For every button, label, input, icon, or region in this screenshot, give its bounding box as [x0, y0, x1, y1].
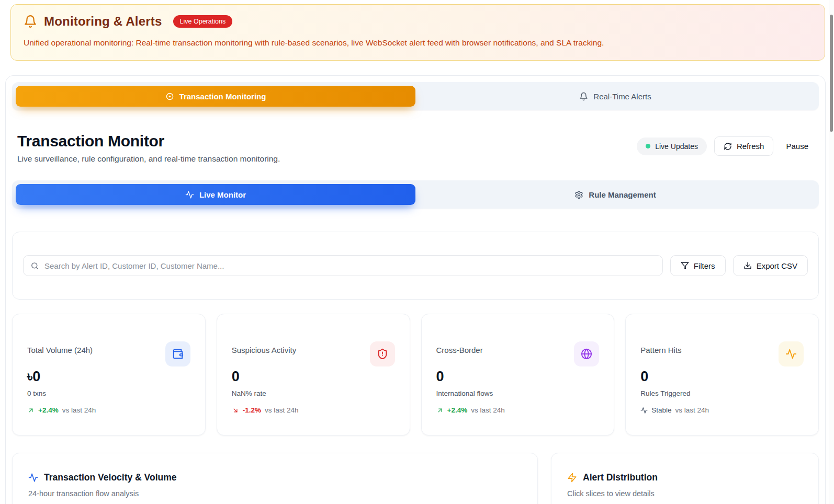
pause-button[interactable]: Pause	[781, 137, 814, 155]
bell-ring-icon	[24, 15, 37, 28]
download-icon	[743, 261, 752, 270]
tab-real-time-alerts[interactable]: Real-Time Alerts	[415, 86, 815, 107]
trend-up-icon	[27, 407, 35, 414]
stat-card-pattern-hits: Pattern Hits 0 Rules Triggered Stable vs…	[625, 314, 819, 436]
alert-distribution-panel: Alert Distribution Click slices to view …	[551, 453, 819, 504]
live-status-dot	[646, 144, 650, 148]
stat-label: Cross-Border	[436, 341, 483, 354]
monitoring-alerts-banner: Monitoring & Alerts Live Operations Unif…	[10, 4, 825, 61]
trend-note: vs last 24h	[675, 406, 709, 414]
tab-label: Rule Management	[589, 190, 656, 199]
pause-label: Pause	[786, 142, 808, 151]
velocity-chart-panel: Transaction Velocity & Volume 24-hour tr…	[12, 453, 538, 504]
stat-value: 0	[232, 369, 395, 385]
filters-button[interactable]: Filters	[670, 255, 726, 276]
page-heading-group: Transaction Monitor Live surveillance, r…	[17, 132, 280, 164]
stat-value: 0	[640, 369, 804, 385]
trend-note: vs last 24h	[471, 406, 505, 414]
activity-icon	[185, 190, 194, 199]
scrollbar-thumb[interactable]	[830, 15, 833, 132]
stat-label: Pattern Hits	[640, 341, 681, 354]
trend-value: +2.4%	[447, 406, 468, 414]
stat-card-suspicious-activity: Suspicious Activity 0 NaN% rate -1.2% v	[217, 314, 410, 436]
tab-label: Transaction Monitoring	[179, 92, 266, 101]
live-updates-label: Live Updates	[655, 142, 698, 151]
stat-label: Total Volume (24h)	[27, 341, 93, 354]
tab-label: Real-Time Alerts	[593, 92, 651, 101]
stat-sublabel: Rules Triggered	[640, 390, 804, 397]
stat-card-total-volume: Total Volume (24h) ৳0 0 txns +2.4%	[12, 314, 206, 436]
live-operations-badge: Live Operations	[173, 15, 233, 28]
refresh-label: Refresh	[737, 142, 764, 151]
live-updates-badge: Live Updates	[637, 138, 707, 155]
banner-title: Monitoring & Alerts	[44, 14, 162, 29]
bell-icon	[579, 92, 588, 101]
primary-tabbar: Transaction Monitoring Real-Time Alerts	[12, 82, 819, 110]
search-toolbar: Filters Export CSV	[12, 232, 819, 300]
trend-down-icon	[232, 407, 239, 414]
wallet-icon	[165, 341, 190, 366]
stat-value: ৳0	[27, 369, 190, 385]
banner-description: Unified operational monitoring: Real-tim…	[24, 38, 812, 48]
panel-subtitle: Click slices to view details	[567, 489, 803, 498]
tab-rule-management[interactable]: Rule Management	[415, 184, 815, 205]
shield-alert-icon	[370, 341, 395, 366]
zap-icon	[567, 473, 577, 483]
refresh-button[interactable]: Refresh	[714, 136, 774, 156]
tab-label: Live Monitor	[199, 190, 246, 199]
trend-value: -1.2%	[243, 406, 261, 414]
trend-value: +2.4%	[38, 406, 59, 414]
activity-icon	[779, 341, 804, 366]
filter-icon	[681, 261, 689, 270]
trend-note: vs last 24h	[265, 406, 299, 414]
trend-up-icon	[436, 407, 444, 414]
search-icon	[30, 261, 39, 270]
panel-subtitle: 24-hour transaction flow analysis	[28, 489, 522, 498]
activity-trend-icon	[640, 407, 648, 414]
stat-sublabel: 0 txns	[27, 390, 190, 397]
stat-sublabel: NaN% rate	[232, 390, 395, 397]
search-input[interactable]	[44, 261, 656, 270]
export-csv-label: Export CSV	[757, 261, 797, 270]
tab-live-monitor[interactable]: Live Monitor	[16, 184, 415, 205]
panel-title: Transaction Velocity & Volume	[44, 472, 177, 483]
trend-note: vs last 24h	[62, 406, 96, 414]
stat-sublabel: International flows	[436, 390, 600, 397]
search-box[interactable]	[23, 255, 663, 276]
stats-grid: Total Volume (24h) ৳0 0 txns +2.4%	[12, 314, 819, 436]
trend-value: Stable	[651, 406, 671, 414]
monitor-tabbar: Live Monitor Rule Management	[12, 180, 819, 209]
stat-label: Suspicious Activity	[232, 341, 296, 354]
vertical-scrollbar[interactable]	[829, 0, 834, 504]
tab-transaction-monitoring[interactable]: Transaction Monitoring	[16, 86, 415, 107]
page-title: Transaction Monitor	[17, 132, 280, 150]
activity-icon	[28, 473, 38, 483]
stat-value: 0	[436, 369, 600, 385]
filters-label: Filters	[694, 261, 715, 270]
page-subtitle: Live surveillance, rule configuration, a…	[17, 154, 280, 164]
main-panel: Transaction Monitoring Real-Time Alerts …	[5, 75, 826, 504]
gear-icon	[574, 190, 583, 199]
panels-grid: Transaction Velocity & Volume 24-hour tr…	[12, 453, 819, 504]
globe-icon	[574, 341, 599, 366]
panel-title: Alert Distribution	[583, 472, 658, 483]
refresh-icon	[724, 142, 732, 151]
stat-card-cross-border: Cross-Border 0 International flows	[421, 314, 615, 436]
export-csv-button[interactable]: Export CSV	[733, 255, 808, 276]
eye-icon	[165, 92, 174, 101]
